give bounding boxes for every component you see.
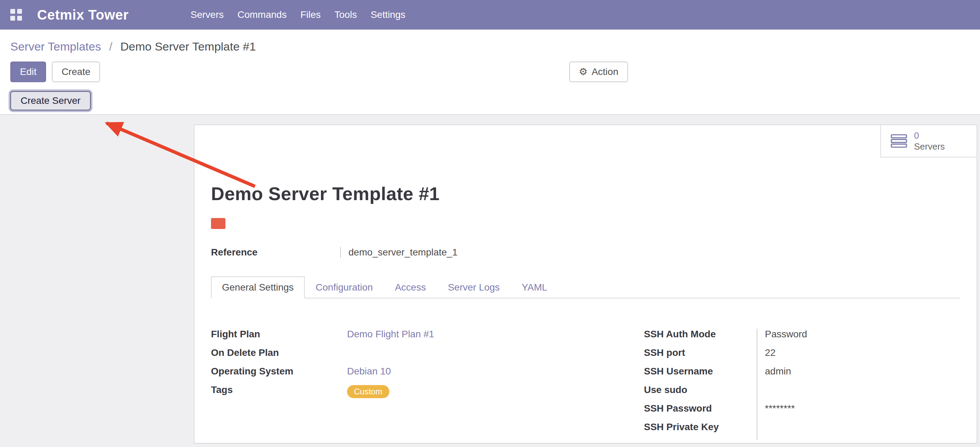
field-label-use-sudo: Use sudo xyxy=(644,385,757,396)
create-server-button[interactable]: Create Server xyxy=(10,91,91,110)
servers-stat-button[interactable]: 0 Servers xyxy=(880,125,977,158)
action-button[interactable]: ⚙ Action xyxy=(570,62,628,82)
statusbar: Create Server xyxy=(0,91,980,113)
form-group-right: SSH Auth Mode Password SSH port 22 SSH U… xyxy=(644,329,960,440)
field-label-ssh-auth-mode: SSH Auth Mode xyxy=(644,329,757,340)
sheet-inner: Demo Server Template #1 Reference demo_s… xyxy=(194,183,977,440)
breadcrumb-current: Demo Server Template #1 xyxy=(120,40,256,53)
field-row-on-delete-plan: On Delete Plan xyxy=(211,347,644,366)
app-window: Cetmix Tower Servers Commands Files Tool… xyxy=(0,0,980,447)
notebook-tabs: General Settings Configuration Access Se… xyxy=(211,276,960,299)
menu-item-commands[interactable]: Commands xyxy=(231,5,293,24)
stat-count: 0 xyxy=(914,130,945,141)
tab-yaml[interactable]: YAML xyxy=(511,276,558,299)
field-row-use-sudo: Use sudo xyxy=(644,385,960,403)
brand-title[interactable]: Cetmix Tower xyxy=(37,7,129,23)
content-area: 0 Servers Demo Server Template #1 Refere… xyxy=(0,114,980,447)
reference-label: Reference xyxy=(211,247,340,258)
field-row-ssh-password: SSH Password ******** xyxy=(644,403,960,421)
servers-stack-icon xyxy=(891,134,907,148)
field-row-flight-plan: Flight Plan Demo Flight Plan #1 xyxy=(211,329,644,347)
edit-button[interactable]: Edit xyxy=(10,62,46,82)
field-label-ssh-port: SSH port xyxy=(644,347,757,358)
field-label-ssh-username: SSH Username xyxy=(644,366,757,377)
field-row-tags: Tags Custom xyxy=(211,385,644,403)
field-value-operating-system[interactable]: Debian 10 xyxy=(347,366,391,377)
form-toolbar: Edit Create ⚙ Action xyxy=(10,62,970,82)
apps-grid-icon[interactable] xyxy=(10,9,22,21)
field-label-ssh-password: SSH Password xyxy=(644,403,757,414)
main-menu: Servers Commands Files Tools Settings xyxy=(184,5,412,24)
field-row-ssh-private-key: SSH Private Key xyxy=(644,421,960,440)
create-button[interactable]: Create xyxy=(52,62,100,82)
field-label-on-delete-plan: On Delete Plan xyxy=(211,347,347,358)
tab-general-settings[interactable]: General Settings xyxy=(211,276,305,299)
breadcrumb-link-server-templates[interactable]: Server Templates xyxy=(10,40,101,53)
top-navbar: Cetmix Tower Servers Commands Files Tool… xyxy=(0,0,980,30)
stat-text: 0 Servers xyxy=(914,130,945,152)
reference-field: Reference demo_server_template_1 xyxy=(211,247,960,258)
breadcrumb-separator: / xyxy=(109,40,112,53)
gear-icon: ⚙ xyxy=(579,67,588,77)
field-value-ssh-auth-mode: Password xyxy=(757,329,960,347)
field-row-ssh-username: SSH Username admin xyxy=(644,366,960,385)
field-label-flight-plan: Flight Plan xyxy=(211,329,347,340)
field-label-operating-system: Operating System xyxy=(211,366,347,377)
field-label-tags: Tags xyxy=(211,385,347,396)
form-sheet: 0 Servers Demo Server Template #1 Refere… xyxy=(194,125,977,444)
general-settings-form: Flight Plan Demo Flight Plan #1 On Delet… xyxy=(211,329,960,440)
breadcrumb: Server Templates / Demo Server Template … xyxy=(0,30,980,53)
menu-item-tools[interactable]: Tools xyxy=(328,5,364,24)
stat-label: Servers xyxy=(914,141,945,152)
form-group-left: Flight Plan Demo Flight Plan #1 On Delet… xyxy=(211,329,644,440)
menu-item-files[interactable]: Files xyxy=(293,5,328,24)
tab-server-logs[interactable]: Server Logs xyxy=(437,276,511,299)
field-value-ssh-private-key xyxy=(757,421,960,440)
menu-item-settings[interactable]: Settings xyxy=(364,5,412,24)
field-row-ssh-port: SSH port 22 xyxy=(644,347,960,366)
tab-access[interactable]: Access xyxy=(384,276,437,299)
field-row-ssh-auth-mode: SSH Auth Mode Password xyxy=(644,329,960,347)
field-value-ssh-port: 22 xyxy=(757,347,960,366)
field-value-flight-plan[interactable]: Demo Flight Plan #1 xyxy=(347,329,434,339)
tag-badge-custom: Custom xyxy=(347,385,389,398)
reference-value: demo_server_template_1 xyxy=(340,247,458,258)
field-value-ssh-username: admin xyxy=(757,366,960,385)
color-swatch xyxy=(211,218,226,229)
field-label-ssh-private-key: SSH Private Key xyxy=(644,421,757,433)
page-title: Demo Server Template #1 xyxy=(211,183,960,204)
field-value-ssh-password: ******** xyxy=(757,403,960,421)
field-row-operating-system: Operating System Debian 10 xyxy=(211,366,644,385)
action-button-label: Action xyxy=(592,65,619,78)
tab-configuration[interactable]: Configuration xyxy=(305,276,384,299)
menu-item-servers[interactable]: Servers xyxy=(184,5,231,24)
field-value-use-sudo xyxy=(757,385,960,403)
